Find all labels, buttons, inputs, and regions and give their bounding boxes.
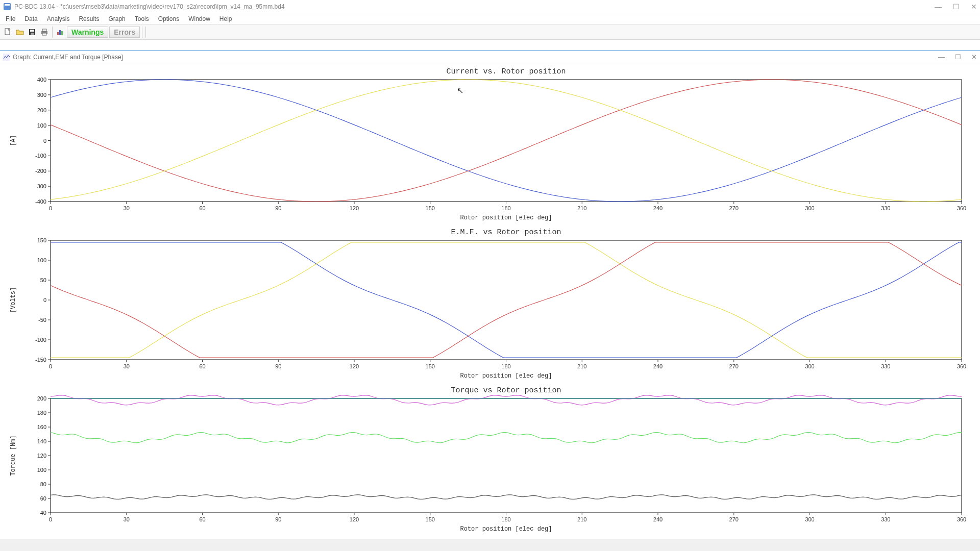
svg-text:30: 30	[124, 205, 130, 211]
svg-text:240: 240	[653, 205, 663, 211]
main-titlebar: PC-BDC 13.04 - *c:\users\mseb3\data\mark…	[0, 0, 980, 13]
svg-text:210: 210	[577, 516, 586, 522]
svg-text:100: 100	[37, 257, 46, 263]
warnings-button[interactable]: Warnings	[67, 27, 108, 38]
svg-text:300: 300	[805, 516, 814, 522]
svg-text:210: 210	[577, 363, 586, 369]
svg-text:Torque [Nm]: Torque [Nm]	[10, 435, 17, 475]
svg-text:0: 0	[49, 363, 52, 369]
svg-text:60: 60	[199, 516, 205, 522]
svg-text:Rotor position [elec deg]: Rotor position [elec deg]	[460, 525, 552, 533]
svg-text:90: 90	[275, 516, 281, 522]
svg-text:150: 150	[426, 205, 435, 211]
menu-bar: File Data Analysis Results Graph Tools O…	[0, 13, 980, 24]
svg-text:[Volts]: [Volts]	[10, 287, 17, 313]
errors-button[interactable]: Errors	[109, 27, 140, 38]
plot-area: Current vs. Rotor position03060901201501…	[0, 63, 980, 539]
svg-text:330: 330	[881, 363, 890, 369]
save-button[interactable]	[27, 27, 38, 38]
svg-text:150: 150	[426, 516, 435, 522]
svg-text:90: 90	[275, 205, 281, 211]
svg-text:50: 50	[40, 277, 46, 283]
svg-text:-200: -200	[35, 168, 46, 174]
menu-data[interactable]: Data	[20, 14, 42, 23]
menu-options[interactable]: Options	[154, 14, 184, 23]
svg-text:120: 120	[37, 453, 46, 459]
svg-rect-1	[5, 4, 10, 6]
svg-text:300: 300	[805, 205, 814, 211]
svg-text:-400: -400	[35, 198, 46, 205]
svg-text:60: 60	[199, 205, 205, 211]
svg-text:Rotor position [elec deg]: Rotor position [elec deg]	[460, 372, 552, 380]
svg-text:0: 0	[43, 138, 46, 144]
svg-rect-106	[51, 398, 962, 513]
new-button[interactable]	[2, 27, 13, 38]
app-icon	[3, 3, 11, 11]
svg-text:60: 60	[40, 495, 46, 502]
svg-text:360: 360	[957, 205, 966, 211]
graph-window-titlebar: Graph: Current,EMF and Torque [Phase] — …	[0, 51, 980, 63]
minimize-button[interactable]: —	[935, 3, 942, 11]
svg-text:200: 200	[37, 395, 46, 402]
toolbar-separator-3	[145, 27, 146, 38]
svg-text:150: 150	[37, 237, 46, 243]
main-title-text: PC-BDC 13.04 - *c:\users\mseb3\data\mark…	[14, 3, 935, 10]
svg-text:270: 270	[729, 363, 739, 369]
svg-rect-11	[61, 31, 63, 35]
svg-text:-50: -50	[38, 317, 46, 323]
svg-text:300: 300	[37, 92, 46, 98]
svg-text:300: 300	[805, 363, 814, 369]
menu-graph[interactable]: Graph	[104, 14, 130, 23]
svg-text:180: 180	[501, 205, 510, 211]
svg-text:100: 100	[37, 122, 46, 129]
graph-window-icon	[3, 54, 10, 61]
menu-tools[interactable]: Tools	[130, 14, 154, 23]
svg-text:270: 270	[729, 516, 739, 522]
svg-text:330: 330	[881, 205, 890, 211]
toolbar-separator	[52, 27, 53, 38]
svg-text:120: 120	[350, 363, 359, 369]
chart-button[interactable]	[55, 27, 66, 38]
svg-text:150: 150	[426, 363, 435, 369]
menu-help[interactable]: Help	[215, 14, 237, 23]
svg-text:Torque vs Rotor position: Torque vs Rotor position	[451, 386, 561, 395]
menu-window[interactable]: Window	[184, 14, 215, 23]
svg-rect-10	[59, 30, 61, 35]
svg-text:0: 0	[49, 516, 52, 522]
print-button[interactable]	[39, 27, 50, 38]
svg-rect-62	[51, 240, 962, 360]
svg-text:60: 60	[199, 363, 205, 369]
svg-text:360: 360	[957, 516, 966, 522]
svg-text:-100: -100	[35, 337, 46, 343]
svg-text:360: 360	[957, 363, 966, 369]
svg-text:Rotor position [elec deg]: Rotor position [elec deg]	[460, 214, 552, 221]
svg-text:140: 140	[37, 438, 46, 444]
svg-text:40: 40	[40, 510, 46, 516]
svg-text:0: 0	[49, 205, 52, 211]
toolbar: Warnings Errors	[0, 24, 980, 40]
svg-text:180: 180	[501, 516, 510, 522]
svg-text:160: 160	[37, 424, 46, 430]
chart-torque[interactable]: Torque vs Rotor position0306090120150180…	[2, 384, 967, 537]
svg-text:80: 80	[40, 481, 46, 487]
menu-file[interactable]: File	[1, 14, 20, 23]
svg-text:E.M.F. vs Rotor position: E.M.F. vs Rotor position	[451, 228, 561, 237]
subwin-minimize-button[interactable]: —	[938, 53, 945, 61]
menu-results[interactable]: Results	[74, 14, 104, 23]
maximize-button[interactable]: ☐	[953, 3, 960, 11]
svg-rect-5	[31, 33, 34, 35]
open-button[interactable]	[14, 27, 26, 38]
svg-text:0: 0	[43, 297, 46, 303]
svg-text:Current  vs. Rotor position: Current vs. Rotor position	[446, 67, 566, 76]
subwin-maximize-button[interactable]: ☐	[955, 53, 961, 61]
close-button[interactable]: ✕	[971, 3, 977, 11]
svg-rect-9	[57, 32, 59, 35]
menu-analysis[interactable]: Analysis	[42, 14, 75, 23]
svg-text:400: 400	[37, 77, 46, 83]
svg-text:210: 210	[577, 205, 586, 211]
svg-text:120: 120	[350, 516, 359, 522]
svg-rect-14	[51, 80, 962, 202]
chart-emf[interactable]: E.M.F. vs Rotor position0306090120150180…	[2, 226, 967, 384]
subwin-close-button[interactable]: ✕	[971, 53, 977, 61]
chart-current[interactable]: Current vs. Rotor position03060901201501…	[2, 65, 967, 226]
